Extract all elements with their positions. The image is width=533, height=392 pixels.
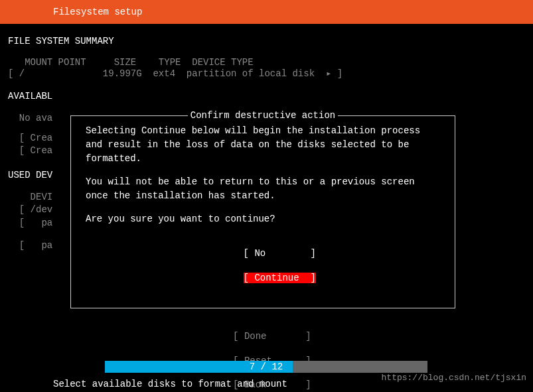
footer-instruction: Select available disks to format and mou…	[53, 379, 287, 389]
fs-summary-title: FILE SYSTEM SUMMARY	[8, 36, 525, 46]
fs-columns: MOUNT POINT SIZE TYPE DEVICE TYPE	[8, 57, 525, 68]
done-button[interactable]: [ Done ]	[233, 331, 311, 342]
progress-bar: 7 / 12	[105, 361, 427, 373]
progress-text: 7 / 12	[105, 361, 427, 373]
fs-row[interactable]: [ / 19.997G ext4 partition of local disk…	[8, 68, 525, 79]
dialog-question: Are you sure you want to continue?	[86, 212, 440, 226]
dialog-warning-1: Selecting Continue below will begin the …	[86, 124, 440, 166]
installer-header: Filesystem setup	[0, 0, 533, 24]
watermark: https://blog.csdn.net/tjsxin	[382, 373, 526, 383]
no-button[interactable]: [ No ]	[244, 248, 316, 259]
dialog-title: Confirm destructive action	[188, 110, 338, 121]
available-title: AVAILABL	[8, 91, 525, 101]
continue-button[interactable]: [ Continue ]	[244, 273, 316, 283]
page-title: Filesystem setup	[53, 7, 142, 17]
dialog-warning-2: You will not be able to return to this o…	[86, 175, 440, 203]
confirm-dialog: Confirm destructive action Selecting Con…	[70, 115, 455, 308]
